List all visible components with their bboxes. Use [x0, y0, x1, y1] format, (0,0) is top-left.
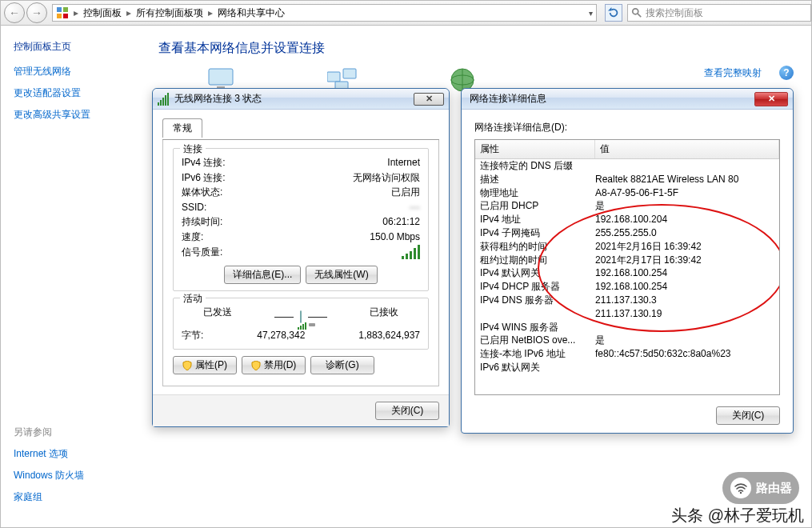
details-prop: 已启用 DHCP: [475, 199, 595, 213]
view-full-map-link[interactable]: 查看完整映射: [704, 66, 762, 80]
details-row[interactable]: IPv4 WINS 服务器: [475, 321, 779, 334]
details-row[interactable]: 连接-本地 IPv6 地址fe80::4c57:5d50:632c:8a0a%2…: [475, 347, 779, 361]
breadcrumb-sep: ▸: [125, 7, 133, 18]
bytes-label: 字节:: [182, 328, 203, 343]
speed-value: 150.0 Mbps: [370, 230, 420, 245]
activity-dash: ——: [308, 310, 327, 325]
details-row[interactable]: 已启用 DHCP是: [475, 199, 779, 213]
media-value: 已启用: [391, 185, 420, 200]
breadcrumb-seg2[interactable]: 所有控制面板项: [133, 6, 206, 20]
sidebar-link-inetopts[interactable]: Internet 选项: [14, 447, 128, 461]
details-row[interactable]: IPv4 默认网关192.168.100.254: [475, 266, 779, 280]
breadcrumb-seg3[interactable]: 网络和共享中心: [214, 6, 288, 20]
details-prop: 物理地址: [475, 186, 595, 200]
shield-icon: [251, 361, 261, 370]
sidebar-header: 控制面板主页: [14, 40, 128, 54]
sidebar-link-homegroup[interactable]: 家庭组: [14, 490, 128, 504]
details-prop: IPv4 WINS 服务器: [475, 321, 595, 334]
details-titlebar[interactable]: 网络连接详细信息 ✕: [462, 89, 793, 110]
col-value[interactable]: 值: [595, 140, 779, 158]
details-row[interactable]: 获得租约的时间2021年2月16日 16:39:42: [475, 240, 779, 254]
details-val: 192.168.100.254: [595, 280, 779, 294]
svg-rect-6: [209, 69, 233, 85]
svg-point-4: [633, 9, 638, 14]
signal-label: 信号质量:: [182, 245, 222, 260]
details-val: Realtek 8821AE Wireless LAN 80: [595, 173, 779, 186]
details-val: 192.168.100.204: [595, 213, 779, 226]
bytes-recv: 1,883,624,937: [358, 328, 420, 343]
control-panel-icon: [56, 6, 69, 19]
duration-label: 持续时间:: [182, 214, 222, 230]
details-row[interactable]: IPv4 DNS 服务器211.137.130.3: [475, 294, 779, 307]
col-property[interactable]: 属性: [475, 140, 595, 158]
sent-label: 已发送: [203, 305, 232, 328]
sidebar-link-adapter[interactable]: 更改适配器设置: [14, 86, 128, 100]
breadcrumb-bar[interactable]: ▸ 控制面板 ▸ 所有控制面板项 ▸ 网络和共享中心 ▾: [52, 4, 597, 22]
details-prop: 获得租约的时间: [475, 240, 595, 254]
disable-button[interactable]: 禁用(D): [242, 356, 306, 374]
details-listview[interactable]: 属性 值 连接特定的 DNS 后缀描述Realtek 8821AE Wirele…: [474, 139, 780, 395]
history-dropdown-icon[interactable]: ▾: [589, 9, 593, 18]
group-activity-title: 活动: [180, 292, 206, 306]
details-close-icon[interactable]: ✕: [754, 92, 788, 106]
router-watermark: 路由器: [722, 472, 799, 504]
sidebar-link-sharing[interactable]: 更改高级共享设置: [14, 108, 128, 122]
status-titlebar[interactable]: 无线网络连接 3 状态 ✕: [153, 89, 449, 110]
bytes-sent: 47,278,342: [203, 328, 358, 343]
details-row[interactable]: 连接特定的 DNS 后缀: [475, 159, 779, 173]
diagnose-button[interactable]: 诊断(G): [310, 356, 374, 374]
sidebar-link-firewall[interactable]: Windows 防火墙: [14, 469, 128, 482]
properties-button-label: 属性(P): [195, 358, 227, 372]
forward-button[interactable]: →: [26, 2, 47, 23]
breadcrumb-seg1[interactable]: 控制面板: [80, 6, 125, 20]
status-close-icon[interactable]: ✕: [414, 93, 444, 106]
details-header[interactable]: 属性 值: [475, 140, 779, 159]
details-val: [595, 361, 779, 374]
details-row[interactable]: IPv4 地址192.168.100.204: [475, 213, 779, 226]
signal-icon: [158, 93, 170, 106]
group-activity: 活动 已发送 —— —— 已接收 字节: 47,278,342: [173, 298, 429, 350]
details-row[interactable]: 描述Realtek 8821AE Wireless LAN 80: [475, 173, 779, 186]
tab-general[interactable]: 常规: [162, 118, 202, 138]
details-prop: 租约过期的时间: [475, 254, 595, 267]
duration-value: 06:21:12: [382, 214, 420, 230]
sidebar-link-wireless[interactable]: 管理无线网络: [14, 65, 128, 78]
details-prop: 连接-本地 IPv6 地址: [475, 347, 595, 361]
back-button[interactable]: ←: [4, 2, 25, 23]
details-prop: IPv4 默认网关: [475, 266, 595, 280]
properties-button[interactable]: 属性(P): [173, 356, 237, 374]
status-close-button[interactable]: 关闭(C): [375, 402, 439, 420]
media-label: 媒体状态:: [182, 185, 222, 200]
details-prop: IPv4 DNS 服务器: [475, 294, 595, 307]
details-val: 192.168.100.254: [595, 266, 779, 280]
details-close-button[interactable]: 关闭(C): [716, 406, 780, 425]
details-label: 网络连接详细信息(D):: [474, 121, 780, 134]
details-button[interactable]: 详细信息(E)...: [224, 266, 301, 284]
wireless-props-button[interactable]: 无线属性(W): [306, 266, 377, 284]
search-placeholder: 搜索控制面板: [646, 6, 703, 20]
router-watermark-text: 路由器: [756, 481, 792, 496]
details-row[interactable]: 211.137.130.19: [475, 307, 779, 321]
details-row[interactable]: 租约过期的时间2021年2月17日 16:39:42: [475, 254, 779, 267]
details-val: 211.137.130.19: [595, 307, 779, 321]
wireless-status-dialog: 无线网络连接 3 状态 ✕ 常规 连接 IPv4 连接:Internet IPv…: [152, 88, 450, 427]
details-row[interactable]: 已启用 NetBIOS ove...是: [475, 334, 779, 347]
ipv4-label: IPv4 连接:: [182, 155, 226, 170]
signal-bars-icon: [402, 245, 420, 259]
details-val: 是: [595, 199, 779, 213]
ipv6-label: IPv6 连接:: [182, 170, 226, 186]
svg-rect-9: [343, 69, 356, 78]
details-row[interactable]: IPv4 DHCP 服务器192.168.100.254: [475, 280, 779, 294]
breadcrumb-sep: ▸: [72, 7, 80, 18]
wifi-icon: [730, 478, 751, 498]
details-row[interactable]: IPv4 子网掩码255.255.255.0: [475, 226, 779, 240]
details-row[interactable]: 物理地址A8-A7-95-06-F1-5F: [475, 186, 779, 200]
details-val: 2021年2月16日 16:39:42: [595, 240, 779, 254]
address-bar: ← → ▸ 控制面板 ▸ 所有控制面板项 ▸ 网络和共享中心 ▾ 搜索控制面板: [0, 0, 812, 26]
svg-rect-3: [63, 14, 68, 18]
refresh-button[interactable]: [605, 4, 622, 22]
recv-label: 已接收: [370, 305, 398, 328]
details-val: 是: [595, 334, 779, 347]
search-input[interactable]: 搜索控制面板: [627, 4, 811, 22]
details-row[interactable]: IPv6 默认网关: [475, 361, 779, 374]
